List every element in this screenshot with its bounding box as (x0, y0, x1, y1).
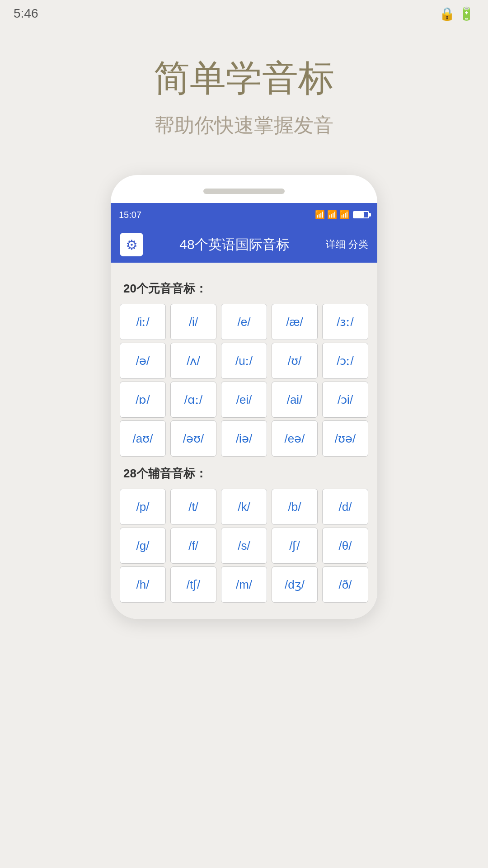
phone-content: 20个元音音标： /iː/ /i/ /e/ /æ/ /ɜː/ /ə/ /ʌ/ /… (111, 263, 377, 619)
phonetic-btn-ae[interactable]: /æ/ (272, 304, 318, 340)
vowel-row-3: /ɒ/ /ɑː/ /ei/ /ai/ /ɔi/ (120, 382, 368, 418)
hero-section: 简单学音标 帮助你快速掌握发音 (154, 54, 334, 139)
phonetic-btn-h[interactable]: /h/ (120, 566, 166, 603)
consonant-row-2: /g/ /f/ /s/ /ʃ/ /θ/ (120, 528, 368, 564)
phonetic-btn-tch[interactable]: /tʃ/ (170, 566, 216, 603)
outer-status-bar: 5:46 🔒 🔋 (0, 0, 488, 27)
phonetic-btn-ou[interactable]: /əʊ/ (170, 420, 216, 457)
consonant-row-3: /h/ /tʃ/ /m/ /dʒ/ /ð/ (120, 566, 368, 603)
phonetic-btn-or[interactable]: /ɔː/ (322, 343, 368, 379)
phonetic-btn-ua[interactable]: /ʊə/ (322, 420, 368, 457)
phonetic-btn-wedge[interactable]: /ʌ/ (170, 343, 216, 379)
phonetic-btn-ai[interactable]: /ai/ (272, 382, 318, 418)
phonetic-btn-theta[interactable]: /θ/ (322, 528, 368, 564)
phonetic-btn-sh[interactable]: /ʃ/ (272, 528, 318, 564)
phonetic-btn-ia[interactable]: /iə/ (221, 420, 267, 457)
vowel-row-2: /ə/ /ʌ/ /uː/ /ʊ/ /ɔː/ (120, 343, 368, 379)
outer-status-time: 5:46 (14, 6, 38, 21)
vowel-section-title: 20个元音音标： (123, 281, 368, 297)
phonetic-btn-au[interactable]: /aʊ/ (120, 420, 166, 457)
phone-notch (203, 189, 285, 194)
settings-icon[interactable]: ⚙ (120, 233, 143, 256)
phonetic-btn-f[interactable]: /f/ (170, 528, 216, 564)
phonetic-btn-o[interactable]: /ɒ/ (120, 382, 166, 418)
phonetic-btn-m[interactable]: /m/ (221, 566, 267, 603)
phonetic-btn-ei[interactable]: /ei/ (221, 382, 267, 418)
phonetic-btn-dz[interactable]: /dʒ/ (272, 566, 318, 603)
phone-time: 15:07 (119, 210, 141, 220)
phonetic-btn-schwa[interactable]: /ə/ (120, 343, 166, 379)
phonetic-btn-t[interactable]: /t/ (170, 489, 216, 525)
consonant-section-title: 28个辅音音标： (123, 466, 368, 481)
phonetic-btn-ii[interactable]: /iː/ (120, 304, 166, 340)
phonetic-btn-oi[interactable]: /ɔi/ (322, 382, 368, 418)
signal-icons: 📶 📶 📶 (315, 210, 349, 220)
phonetic-btn-g[interactable]: /g/ (120, 528, 166, 564)
phonetic-btn-upsilon[interactable]: /ʊ/ (272, 343, 318, 379)
phonetic-btn-3r[interactable]: /ɜː/ (322, 304, 368, 340)
app-header-title: 48个英语国际音标 (152, 236, 317, 254)
consonant-row-1: /p/ /t/ /k/ /b/ /d/ (120, 489, 368, 525)
outer-status-icons: 🔒 🔋 (439, 6, 474, 21)
phonetic-btn-e[interactable]: /e/ (221, 304, 267, 340)
phonetic-btn-ea[interactable]: /eə/ (272, 420, 318, 457)
hero-subtitle: 帮助你快速掌握发音 (154, 112, 334, 139)
phonetic-btn-d[interactable]: /d/ (322, 489, 368, 525)
phone-status-bar: 15:07 📶 📶 📶 (111, 203, 377, 226)
vowel-row-4: /aʊ/ /əʊ/ /iə/ /eə/ /ʊə/ (120, 420, 368, 457)
phonetic-btn-i[interactable]: /i/ (170, 304, 216, 340)
phonetic-btn-s[interactable]: /s/ (221, 528, 267, 564)
phonetic-btn-eth[interactable]: /ð/ (322, 566, 368, 603)
phonetic-btn-uu[interactable]: /uː/ (221, 343, 267, 379)
phone-mockup: 15:07 📶 📶 📶 ⚙ 48个英语国际音标 详细 分类 20个元音音标： /… (111, 175, 377, 619)
hero-title: 简单学音标 (154, 54, 334, 103)
phone-status-right: 📶 📶 📶 (315, 210, 369, 220)
vowel-row-1: /iː/ /i/ /e/ /æ/ /ɜː/ (120, 304, 368, 340)
battery-icon (353, 211, 369, 218)
phonetic-btn-ar[interactable]: /ɑː/ (170, 382, 216, 418)
phonetic-btn-p[interactable]: /p/ (120, 489, 166, 525)
phonetic-btn-k[interactable]: /k/ (221, 489, 267, 525)
detail-classify-button[interactable]: 详细 分类 (326, 238, 368, 251)
phonetic-btn-b[interactable]: /b/ (272, 489, 318, 525)
app-header: ⚙ 48个英语国际音标 详细 分类 (111, 226, 377, 263)
